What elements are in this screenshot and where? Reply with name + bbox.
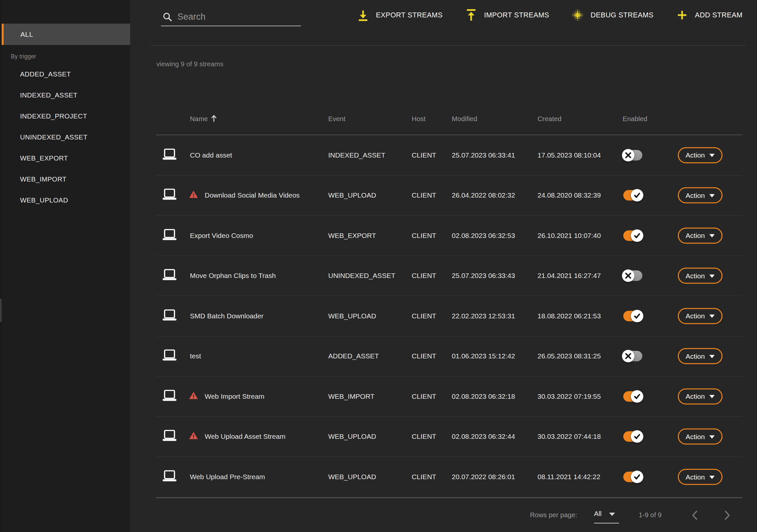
enabled-toggle[interactable]	[623, 311, 642, 321]
toggle-on[interactable]	[623, 472, 642, 482]
caret-down-icon	[710, 194, 714, 197]
stream-name: Web Upload Pre-Stream	[190, 473, 265, 481]
caret-down-icon	[710, 395, 714, 399]
stream-created: 26.05.2023 08:31:25	[537, 352, 601, 360]
window-edge-scrollbar[interactable]	[0, 0, 2, 532]
laptop-icon	[162, 350, 177, 363]
action-button[interactable]: Action	[678, 429, 722, 445]
toggle-off[interactable]	[623, 150, 642, 160]
action-button[interactable]: Action	[678, 308, 722, 324]
caret-down-icon	[710, 274, 714, 278]
stream-event: WEB_EXPORT	[328, 232, 376, 239]
scrollbar-thumb[interactable]	[0, 299, 2, 322]
action-cell: Action	[678, 429, 722, 445]
action-button[interactable]: Action	[678, 388, 722, 404]
toggle-on[interactable]	[623, 391, 642, 402]
column-header-enabled[interactable]: Enabled	[622, 115, 647, 123]
rows-per-page-select[interactable]: All	[594, 510, 619, 518]
action-button[interactable]: Action	[678, 469, 722, 485]
chevron-left-icon	[689, 509, 701, 522]
debug-streams-button[interactable]: DEBUG STREAMS	[572, 9, 653, 22]
page-range-label: 1-9 of 9	[639, 511, 662, 519]
caret-down-icon	[710, 315, 714, 318]
toggle-on[interactable]	[623, 230, 642, 241]
enabled-toggle[interactable]	[623, 230, 642, 241]
check-icon	[633, 312, 641, 320]
check-icon	[633, 393, 641, 400]
sidebar-item-label: INDEXED_ASSET	[20, 91, 77, 99]
action-button[interactable]: Action	[678, 268, 722, 284]
next-page-button[interactable]	[721, 509, 733, 523]
sidebar-item-web_upload[interactable]: WEB_UPLOAD	[0, 190, 130, 211]
action-cell: Action	[678, 147, 722, 163]
action-button[interactable]: Action	[678, 348, 722, 364]
plus-icon-wrap	[676, 9, 688, 22]
stream-event: ADDED_ASSET	[328, 352, 379, 360]
select-underline	[594, 523, 619, 523]
sidebar-group-label: By trigger	[11, 53, 36, 60]
import-streams-button[interactable]: IMPORT STREAMS	[465, 9, 549, 22]
column-header-modified[interactable]: Modified	[452, 115, 477, 123]
stream-event: WEB_UPLOAD	[328, 473, 376, 481]
enabled-toggle[interactable]	[623, 391, 642, 402]
stream-modified: 02.08.2023 06:32:53	[452, 232, 515, 239]
toggle-on[interactable]	[623, 190, 642, 201]
column-header-created[interactable]: Created	[537, 115, 561, 123]
sidebar-item-unindexed_asset[interactable]: UNINDEXED_ASSET	[0, 127, 130, 148]
x-icon	[624, 352, 632, 360]
rows-per-page-label: Rows per page:	[530, 511, 577, 519]
toggle-off[interactable]	[623, 351, 642, 361]
table-row: Web Upload Pre-StreamWEB_UPLOADCLIENT20.…	[156, 457, 742, 497]
check-icon	[633, 232, 641, 239]
column-header-host[interactable]: Host	[412, 115, 426, 123]
enabled-toggle[interactable]	[623, 431, 642, 442]
laptop-icon	[162, 430, 177, 442]
sidebar-item-label: WEB_EXPORT	[20, 154, 68, 162]
plus-icon	[677, 10, 687, 20]
sidebar-item-added_asset[interactable]: ADDED_ASSET	[0, 64, 130, 85]
laptop-icon	[162, 189, 177, 202]
laptop-icon	[162, 390, 177, 401]
add-stream-button[interactable]: ADD STREAM	[676, 9, 742, 22]
download-icon	[357, 9, 369, 22]
stream-event: WEB_UPLOAD	[328, 433, 376, 440]
sidebar-item-indexed_asset[interactable]: INDEXED_ASSET	[0, 85, 130, 106]
toggle-on[interactable]	[623, 311, 642, 321]
enabled-toggle[interactable]	[623, 472, 642, 482]
caret-down-icon	[710, 355, 714, 358]
enabled-toggle[interactable]	[623, 150, 642, 160]
stream-host: CLIENT	[412, 151, 436, 159]
check-icon	[633, 433, 641, 440]
sidebar-item-web_import[interactable]: WEB_IMPORT	[0, 169, 130, 190]
table-row: Export Video CosmoWEB_EXPORTCLIENT02.08.…	[156, 216, 742, 256]
x-icon	[624, 272, 632, 279]
action-button[interactable]: Action	[678, 187, 722, 204]
enabled-toggle[interactable]	[623, 190, 642, 201]
column-header-name[interactable]: Name	[190, 115, 217, 123]
previous-page-button[interactable]	[689, 509, 701, 523]
laptop-icon	[162, 148, 177, 162]
action-button-label: Action	[686, 232, 705, 239]
column-header-event[interactable]: Event	[328, 115, 345, 123]
table-row: testADDED_ASSETCLIENT01.06.2023 15:12:42…	[156, 336, 742, 377]
enabled-toggle[interactable]	[623, 270, 642, 281]
export-streams-button[interactable]: EXPORT STREAMS	[357, 9, 442, 22]
stream-host: CLIENT	[412, 312, 436, 320]
table-row: CO add assetINDEXED_ASSETCLIENT25.07.202…	[156, 135, 742, 176]
chevron-right-icon	[721, 509, 733, 522]
search-input[interactable]	[177, 12, 301, 22]
action-button[interactable]: Action	[678, 147, 722, 163]
stream-created: 30.03.2022 07:44:18	[537, 433, 601, 440]
action-cell: Action	[678, 268, 722, 284]
toggle-on[interactable]	[623, 431, 642, 442]
caret-down-icon	[710, 476, 714, 479]
sidebar-item-web_export[interactable]: WEB_EXPORT	[0, 148, 130, 169]
sidebar-item-all[interactable]: ALL	[2, 24, 130, 45]
action-button-label: Action	[686, 393, 705, 400]
warning-icon	[189, 432, 198, 440]
action-button-label: Action	[686, 272, 705, 280]
toggle-off[interactable]	[623, 270, 642, 281]
enabled-toggle[interactable]	[623, 351, 642, 361]
stream-name: Download Social Media Videos	[205, 191, 300, 199]
action-button[interactable]: Action	[678, 227, 722, 243]
